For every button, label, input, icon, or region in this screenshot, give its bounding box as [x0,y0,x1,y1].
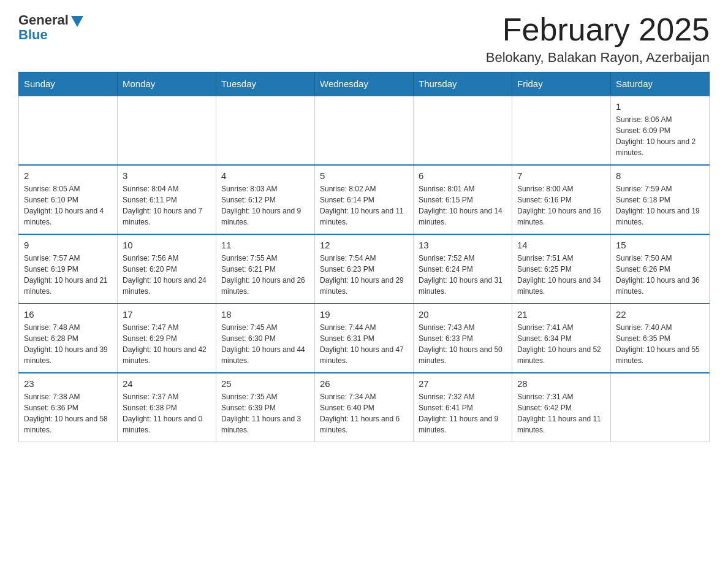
day-info: Sunrise: 7:51 AM Sunset: 6:25 PM Dayligh… [517,253,605,297]
day-number: 27 [419,378,507,389]
calendar-day-cell [315,96,414,165]
calendar-header-row: SundayMondayTuesdayWednesdayThursdayFrid… [19,72,710,96]
page-header: General Blue February 2025 Belokany, Bal… [18,12,710,66]
day-of-week-header: Wednesday [315,72,414,96]
day-info: Sunrise: 7:52 AM Sunset: 6:24 PM Dayligh… [419,253,507,297]
day-number: 25 [221,378,309,389]
calendar-day-cell: 10Sunrise: 7:56 AM Sunset: 6:20 PM Dayli… [118,234,216,304]
day-info: Sunrise: 8:00 AM Sunset: 6:16 PM Dayligh… [517,183,605,228]
calendar-day-cell: 19Sunrise: 7:44 AM Sunset: 6:31 PM Dayli… [315,304,414,373]
day-number: 16 [24,309,112,320]
day-info: Sunrise: 7:59 AM Sunset: 6:18 PM Dayligh… [616,183,704,228]
calendar-day-cell: 28Sunrise: 7:31 AM Sunset: 6:42 PM Dayli… [512,373,611,442]
location-title: Belokany, Balakan Rayon, Azerbaijan [486,50,710,66]
calendar-day-cell [611,373,710,442]
calendar-day-cell: 23Sunrise: 7:38 AM Sunset: 6:36 PM Dayli… [19,373,118,442]
day-info: Sunrise: 7:45 AM Sunset: 6:30 PM Dayligh… [221,322,309,366]
day-info: Sunrise: 7:43 AM Sunset: 6:33 PM Dayligh… [419,322,507,366]
day-of-week-header: Thursday [414,72,512,96]
calendar-table: SundayMondayTuesdayWednesdayThursdayFrid… [18,72,710,442]
logo-general-text: General [18,12,69,28]
day-number: 17 [123,309,211,320]
day-info: Sunrise: 8:06 AM Sunset: 6:09 PM Dayligh… [616,114,704,158]
calendar-day-cell: 8Sunrise: 7:59 AM Sunset: 6:18 PM Daylig… [611,165,710,234]
day-number: 21 [517,309,605,320]
calendar-day-cell: 27Sunrise: 7:32 AM Sunset: 6:41 PM Dayli… [414,373,512,442]
calendar-day-cell [216,96,315,165]
day-of-week-header: Monday [118,72,216,96]
calendar-day-cell: 9Sunrise: 7:57 AM Sunset: 6:19 PM Daylig… [19,234,118,304]
day-info: Sunrise: 7:48 AM Sunset: 6:28 PM Dayligh… [24,322,112,366]
day-info: Sunrise: 7:44 AM Sunset: 6:31 PM Dayligh… [320,322,408,366]
calendar-week-row: 9Sunrise: 7:57 AM Sunset: 6:19 PM Daylig… [19,234,710,304]
day-number: 11 [221,240,309,250]
day-number: 24 [123,378,211,389]
calendar-day-cell: 3Sunrise: 8:04 AM Sunset: 6:11 PM Daylig… [118,165,216,234]
calendar-day-cell: 21Sunrise: 7:41 AM Sunset: 6:34 PM Dayli… [512,304,611,373]
calendar-day-cell: 16Sunrise: 7:48 AM Sunset: 6:28 PM Dayli… [19,304,118,373]
calendar-day-cell: 2Sunrise: 8:05 AM Sunset: 6:10 PM Daylig… [19,165,118,234]
calendar-day-cell [512,96,611,165]
calendar-week-row: 23Sunrise: 7:38 AM Sunset: 6:36 PM Dayli… [19,373,710,442]
calendar-day-cell [19,96,118,165]
day-number: 28 [517,378,605,389]
day-number: 18 [221,309,309,320]
day-number: 3 [123,170,211,181]
day-info: Sunrise: 8:02 AM Sunset: 6:14 PM Dayligh… [320,183,408,228]
calendar-week-row: 2Sunrise: 8:05 AM Sunset: 6:10 PM Daylig… [19,165,710,234]
day-info: Sunrise: 8:01 AM Sunset: 6:15 PM Dayligh… [419,183,507,228]
day-info: Sunrise: 7:35 AM Sunset: 6:39 PM Dayligh… [221,391,309,435]
calendar-day-cell: 7Sunrise: 8:00 AM Sunset: 6:16 PM Daylig… [512,165,611,234]
day-info: Sunrise: 7:55 AM Sunset: 6:21 PM Dayligh… [221,253,309,297]
day-info: Sunrise: 7:37 AM Sunset: 6:38 PM Dayligh… [123,391,211,435]
calendar-week-row: 1Sunrise: 8:06 AM Sunset: 6:09 PM Daylig… [19,96,710,165]
day-of-week-header: Tuesday [216,72,315,96]
logo-arrow-icon [71,16,83,27]
day-info: Sunrise: 7:54 AM Sunset: 6:23 PM Dayligh… [320,253,408,297]
calendar-day-cell: 6Sunrise: 8:01 AM Sunset: 6:15 PM Daylig… [414,165,512,234]
calendar-day-cell: 14Sunrise: 7:51 AM Sunset: 6:25 PM Dayli… [512,234,611,304]
day-of-week-header: Saturday [611,72,710,96]
title-section: February 2025 Belokany, Balakan Rayon, A… [486,12,710,66]
day-number: 9 [24,240,112,250]
day-number: 19 [320,309,408,320]
month-title: February 2025 [486,12,710,47]
calendar-day-cell: 20Sunrise: 7:43 AM Sunset: 6:33 PM Dayli… [414,304,512,373]
day-number: 22 [616,309,704,320]
calendar-day-cell: 12Sunrise: 7:54 AM Sunset: 6:23 PM Dayli… [315,234,414,304]
day-info: Sunrise: 7:41 AM Sunset: 6:34 PM Dayligh… [517,322,605,366]
day-number: 15 [616,240,704,250]
calendar-day-cell: 22Sunrise: 7:40 AM Sunset: 6:35 PM Dayli… [611,304,710,373]
day-info: Sunrise: 7:38 AM Sunset: 6:36 PM Dayligh… [24,391,112,435]
calendar-day-cell [118,96,216,165]
day-number: 8 [616,170,704,181]
logo-blue-text: Blue [18,27,48,43]
calendar-day-cell: 4Sunrise: 8:03 AM Sunset: 6:12 PM Daylig… [216,165,315,234]
day-number: 5 [320,170,408,181]
day-number: 1 [616,101,704,112]
calendar-day-cell: 5Sunrise: 8:02 AM Sunset: 6:14 PM Daylig… [315,165,414,234]
day-number: 20 [419,309,507,320]
calendar-day-cell: 13Sunrise: 7:52 AM Sunset: 6:24 PM Dayli… [414,234,512,304]
calendar-day-cell: 1Sunrise: 8:06 AM Sunset: 6:09 PM Daylig… [611,96,710,165]
calendar-day-cell [414,96,512,165]
day-number: 6 [419,170,507,181]
calendar-day-cell: 24Sunrise: 7:37 AM Sunset: 6:38 PM Dayli… [118,373,216,442]
day-number: 12 [320,240,408,250]
day-info: Sunrise: 7:31 AM Sunset: 6:42 PM Dayligh… [517,391,605,435]
day-number: 14 [517,240,605,250]
day-number: 4 [221,170,309,181]
calendar-day-cell: 18Sunrise: 7:45 AM Sunset: 6:30 PM Dayli… [216,304,315,373]
day-number: 23 [24,378,112,389]
day-info: Sunrise: 8:03 AM Sunset: 6:12 PM Dayligh… [221,183,309,228]
calendar-week-row: 16Sunrise: 7:48 AM Sunset: 6:28 PM Dayli… [19,304,710,373]
day-info: Sunrise: 7:47 AM Sunset: 6:29 PM Dayligh… [123,322,211,366]
day-of-week-header: Sunday [19,72,118,96]
calendar-day-cell: 25Sunrise: 7:35 AM Sunset: 6:39 PM Dayli… [216,373,315,442]
logo: General Blue [18,12,83,43]
day-info: Sunrise: 7:34 AM Sunset: 6:40 PM Dayligh… [320,391,408,435]
day-number: 2 [24,170,112,181]
day-number: 7 [517,170,605,181]
day-of-week-header: Friday [512,72,611,96]
day-info: Sunrise: 7:32 AM Sunset: 6:41 PM Dayligh… [419,391,507,435]
